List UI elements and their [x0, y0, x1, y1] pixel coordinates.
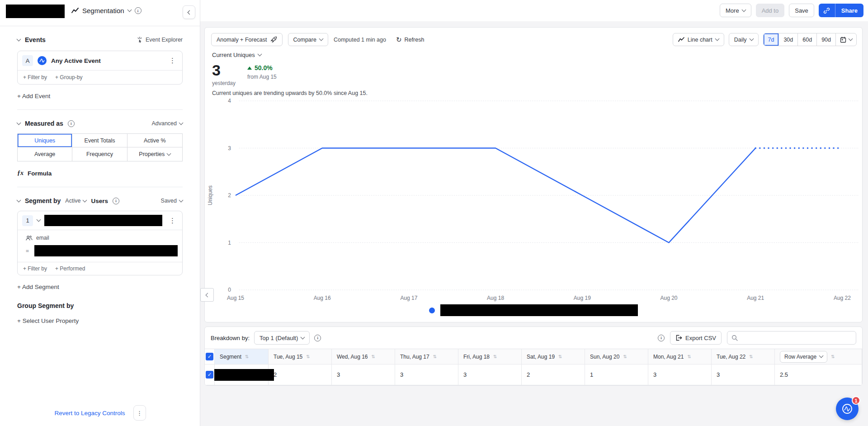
event-explorer-button[interactable]: Event Explorer [137, 37, 183, 43]
select-user-property-button[interactable]: + Select User Property [17, 317, 183, 324]
table-row[interactable]: ✓ 2 3 3 3 2 1 3 3 2.5 [205, 364, 862, 385]
chart-type-dropdown[interactable]: Line chart [673, 33, 724, 46]
column-header[interactable]: Sun, Aug 20⇅ [585, 349, 648, 364]
compare-button[interactable]: Compare [288, 33, 328, 46]
sort-icon[interactable]: ⇅ [831, 354, 835, 359]
measure-option-uniques[interactable]: Uniques [18, 134, 72, 147]
row-average-cell: 2.5 [775, 364, 862, 385]
advanced-dropdown[interactable]: Advanced [151, 120, 183, 127]
svg-text:Aug 17: Aug 17 [400, 295, 417, 301]
segment-operator[interactable]: = [26, 248, 29, 254]
save-button[interactable]: Save [789, 4, 814, 17]
sidebar-kebab-button[interactable]: ⋮ [133, 405, 146, 421]
segment-performed-button[interactable]: + Performed [55, 265, 85, 272]
active-dropdown[interactable]: Active [65, 198, 86, 204]
info-icon[interactable]: i [68, 120, 75, 127]
saved-dropdown[interactable]: Saved [161, 198, 183, 204]
sort-icon[interactable]: ⇅ [433, 354, 437, 359]
segment-filter-by-button[interactable]: + Filter by [23, 265, 47, 272]
rocket-icon [270, 36, 277, 43]
more-button[interactable]: More [720, 4, 751, 17]
measure-option-event-totals[interactable]: Event Totals [72, 134, 127, 147]
computed-status: Computed 1 min ago [334, 37, 386, 43]
chevron-down-icon[interactable] [37, 218, 41, 222]
left-panel: Segmentation i Events Event Explorer A [0, 0, 200, 426]
custom-date-range-button[interactable] [836, 33, 856, 46]
measure-option-average[interactable]: Average [18, 147, 72, 161]
row-checkbox[interactable]: ✓ [206, 371, 213, 379]
value-cell: 3 [712, 364, 775, 385]
redacted-org-logo [6, 5, 65, 18]
refresh-button[interactable]: ↻ Refresh [396, 36, 424, 43]
add-segment-button[interactable]: + Add Segment [17, 284, 183, 290]
sort-icon[interactable]: ⇅ [623, 354, 627, 359]
help-assistant-button[interactable]: 1 [836, 398, 859, 420]
column-header[interactable]: Fri, Aug 18⇅ [458, 349, 522, 364]
search-input[interactable] [741, 335, 852, 341]
copy-link-button[interactable] [819, 4, 835, 17]
breakdown-selector[interactable]: Top 1 (Default) [254, 331, 310, 345]
chart-panel: Anomaly + Forecast Compare Computed 1 mi… [204, 27, 863, 322]
select-all-checkbox[interactable]: ✓ [206, 353, 213, 360]
divider [17, 187, 183, 187]
share-button[interactable]: Share [835, 4, 863, 17]
column-header[interactable]: Tue, Aug 22⇅ [712, 349, 775, 364]
value-cell: 2 [269, 364, 332, 385]
anomaly-forecast-button[interactable]: Anomaly + Forecast [211, 33, 283, 46]
event-kebab-menu[interactable]: ⋮ [167, 57, 178, 65]
row-average-selector[interactable]: Row Average [780, 351, 827, 363]
measure-option-frequency[interactable]: Frequency [72, 147, 127, 161]
measure-option-properties[interactable]: Properties [127, 147, 182, 161]
column-header[interactable]: Sat, Aug 19⇅ [522, 349, 585, 364]
granularity-dropdown[interactable]: Daily [729, 33, 759, 46]
column-header[interactable]: Tue, Aug 15⇅ [269, 349, 332, 364]
column-header[interactable]: Mon, Aug 21⇅ [648, 349, 712, 364]
column-header[interactable]: Thu, Aug 17⇅ [395, 349, 458, 364]
info-icon[interactable]: i [658, 335, 665, 341]
range-7d[interactable]: 7d [764, 33, 779, 46]
sort-icon[interactable]: ⇅ [372, 354, 375, 359]
segment-kebab-menu[interactable]: ⋮ [167, 217, 178, 225]
metric-selector[interactable]: Current Uniques [212, 52, 368, 58]
line-chart[interactable]: 01234UniquesAug 15Aug 16Aug 17Aug 18Aug … [205, 91, 862, 303]
event-group-by-button[interactable]: + Group-by [55, 74, 82, 80]
collapse-sidebar-button[interactable] [183, 5, 195, 19]
sort-icon[interactable]: ⇅ [245, 354, 249, 359]
add-event-button[interactable]: + Add Event [17, 93, 183, 99]
event-name[interactable]: Any Active Event [51, 57, 101, 64]
add-to-button[interactable]: Add to [756, 4, 785, 17]
info-icon[interactable]: i [314, 335, 321, 341]
metric-change: 50.0% [247, 64, 277, 71]
redacted-row-segment-name [214, 369, 274, 381]
info-icon[interactable]: i [135, 7, 142, 14]
collapse-measured-icon[interactable] [17, 120, 21, 125]
column-header-segment[interactable]: Segment⇅ [215, 349, 269, 364]
segment-card: 1 ⋮ email = [17, 211, 183, 275]
export-csv-button[interactable]: Export CSV [670, 331, 722, 345]
collapse-events-icon[interactable] [17, 37, 21, 41]
sort-icon[interactable]: ⇅ [687, 354, 691, 359]
value-cell: 3 [648, 364, 712, 385]
chart-scroll-left-button[interactable] [200, 288, 214, 302]
segment-property[interactable]: email [36, 235, 49, 241]
event-filter-by-button[interactable]: + Filter by [23, 74, 47, 80]
range-90d[interactable]: 90d [817, 33, 836, 46]
sort-icon[interactable]: ⇅ [306, 354, 310, 359]
calendar-icon [840, 37, 846, 43]
chevron-down-icon[interactable] [127, 8, 132, 12]
measure-option-active-pct[interactable]: Active % [127, 134, 182, 147]
range-60d[interactable]: 60d [798, 33, 817, 46]
collapse-segment-icon[interactable] [17, 198, 21, 202]
info-icon[interactable]: i [113, 198, 119, 204]
legend-series-dot[interactable] [429, 308, 435, 313]
sort-icon[interactable]: ⇅ [749, 354, 753, 359]
table-search [727, 331, 856, 345]
sort-icon[interactable]: ⇅ [558, 354, 562, 359]
column-header[interactable]: Wed, Aug 16⇅ [332, 349, 395, 364]
revert-legacy-link[interactable]: Revert to Legacy Controls [54, 410, 125, 417]
formula-button[interactable]: ƒx Formula [17, 170, 183, 177]
range-30d[interactable]: 30d [779, 33, 798, 46]
sort-icon[interactable]: ⇅ [493, 354, 497, 359]
search-icon [731, 335, 738, 341]
segment-by-section: Segment by Active Users i Saved 1 ⋮ [0, 197, 200, 324]
